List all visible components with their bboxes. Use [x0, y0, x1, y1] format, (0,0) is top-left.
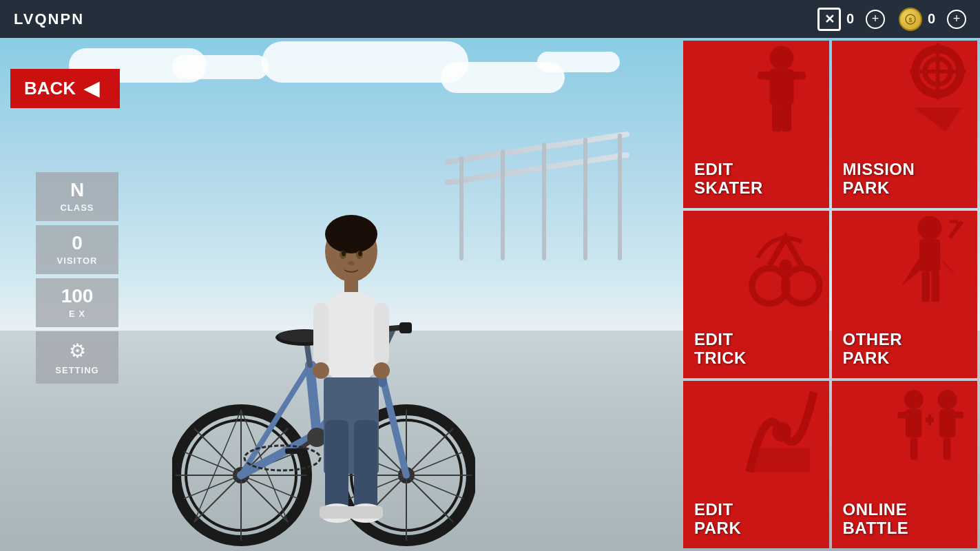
svg-point-22	[313, 362, 329, 379]
svg-rect-75	[789, 72, 805, 80]
username: LVQNPN	[14, 10, 804, 28]
edit-park-bg-icon	[737, 384, 826, 480]
svg-point-13	[355, 222, 375, 239]
svg-point-84	[779, 260, 792, 273]
svg-rect-20	[313, 303, 329, 365]
ex-label: E X	[69, 309, 85, 319]
class-stat: N CLASS	[36, 172, 118, 221]
online-battle-button[interactable]: ONLINEBATTLE	[832, 381, 978, 548]
x-currency-icon: ✕	[817, 8, 841, 31]
back-label: BACK	[24, 78, 76, 99]
svg-point-72	[769, 46, 793, 70]
svg-rect-77	[782, 104, 791, 132]
class-label: CLASS	[60, 202, 94, 213]
edit-trick-label: EDITTRICK	[694, 331, 747, 367]
left-panel: N CLASS 0 VISITOR 100 E X ⚙ SETTING	[36, 172, 118, 384]
svg-point-97	[938, 390, 957, 409]
coin-currency-value: 0	[928, 11, 941, 27]
other-park-bg-icon	[885, 214, 974, 310]
svg-rect-96	[910, 437, 918, 460]
svg-rect-26	[354, 420, 377, 510]
online-battle-label: ONLINEBATTLE	[843, 501, 909, 537]
class-value: N	[70, 180, 84, 200]
setting-button[interactable]: ⚙ SETTING	[36, 331, 118, 384]
svg-point-17	[358, 251, 362, 256]
back-button[interactable]: BACK ◀	[10, 69, 120, 108]
currency-coin-group: $ 0 +	[899, 8, 966, 31]
add-x-currency-button[interactable]: +	[866, 10, 885, 29]
svg-point-18	[348, 261, 355, 265]
back-arrow-icon: ◀	[84, 77, 99, 100]
svg-rect-74	[758, 72, 773, 80]
svg-point-16	[342, 251, 346, 256]
mission-park-bg-icon	[885, 43, 974, 140]
x-currency-value: 0	[846, 11, 860, 27]
other-park-label: OTHERPARK	[843, 331, 903, 367]
edit-trick-button[interactable]: EDITTRICK	[683, 211, 829, 378]
mission-park-button[interactable]: MISSIONPARK	[832, 41, 978, 208]
setting-label: SETTING	[55, 365, 98, 375]
add-coin-currency-button[interactable]: +	[947, 10, 966, 29]
online-battle-bg-icon	[885, 384, 974, 480]
coin-currency-icon: $	[899, 8, 922, 31]
currency-x-group: ✕ 0 +	[817, 8, 885, 31]
menu-grid: EDITSKATER MISSIONPARK EDITTRICK	[680, 38, 980, 551]
svg-line-89	[950, 222, 962, 238]
edit-park-button[interactable]: EDITPARK	[683, 381, 829, 548]
svg-rect-99	[952, 412, 963, 418]
mission-park-label: MISSIONPARK	[843, 160, 915, 197]
svg-rect-87	[921, 271, 930, 302]
visitor-stat: 0 VISITOR	[36, 225, 118, 274]
x-symbol: ✕	[824, 12, 835, 27]
other-park-button[interactable]: OTHERPARK	[832, 211, 978, 378]
edit-skater-label: EDITSKATER	[694, 160, 763, 197]
svg-rect-21	[374, 303, 389, 365]
topbar: LVQNPN ✕ 0 + $ 0 +	[0, 0, 980, 38]
svg-point-23	[373, 362, 390, 379]
gear-icon: ⚙	[69, 340, 86, 362]
edit-trick-bg-icon	[737, 214, 826, 310]
edit-skater-bg-icon	[737, 43, 826, 140]
ex-value: 100	[61, 287, 94, 306]
character-area	[138, 38, 606, 551]
edit-skater-button[interactable]: EDITSKATER	[683, 41, 829, 208]
svg-rect-25	[325, 420, 348, 510]
svg-point-12	[327, 222, 348, 239]
svg-rect-100	[943, 437, 951, 460]
character-figure	[275, 152, 427, 551]
svg-rect-19	[344, 277, 358, 292]
svg-rect-88	[931, 271, 939, 302]
svg-rect-30	[348, 506, 383, 519]
svg-rect-86	[919, 239, 940, 271]
svg-rect-76	[772, 104, 782, 132]
svg-rect-95	[897, 412, 908, 418]
svg-point-85	[918, 216, 942, 240]
railing	[441, 121, 634, 272]
ex-stat: 100 E X	[36, 278, 118, 327]
visitor-label: VISITOR	[57, 256, 98, 266]
svg-point-92	[772, 422, 791, 441]
svg-point-93	[904, 390, 924, 409]
svg-text:$: $	[908, 17, 912, 23]
edit-park-label: EDITPARK	[694, 501, 741, 537]
visitor-value: 0	[72, 233, 83, 253]
